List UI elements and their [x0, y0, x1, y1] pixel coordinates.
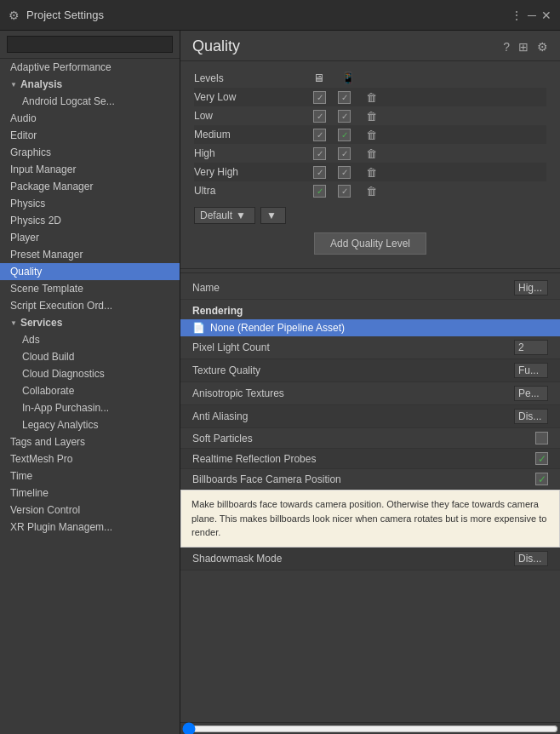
- name-value[interactable]: Hig...: [514, 280, 548, 295]
- search-input[interactable]: [7, 36, 173, 53]
- anti-aliasing-value[interactable]: Dis...: [514, 409, 548, 424]
- sidebar-item-physics[interactable]: Physics: [0, 195, 180, 212]
- settings-icon[interactable]: ⚙: [537, 40, 548, 54]
- texture-quality-value[interactable]: Fu...: [514, 363, 548, 378]
- check-desktop[interactable]: ✓: [313, 110, 326, 123]
- sidebar-item-physics2d[interactable]: Physics 2D: [0, 212, 180, 229]
- shadowmask-value[interactable]: Dis...: [514, 551, 548, 566]
- levels-label: Levels: [194, 72, 305, 84]
- sidebar-item-android-logcat[interactable]: Android Logcat Se...: [0, 93, 180, 110]
- trash-icon[interactable]: 🗑: [366, 91, 377, 104]
- render-pipeline-row[interactable]: 📄 None (Render Pipeline Asset): [180, 319, 560, 336]
- check-desktop[interactable]: ✓: [313, 185, 326, 198]
- sidebar-item-editor[interactable]: Editor: [0, 127, 180, 144]
- sidebar-item-ads[interactable]: Ads: [0, 331, 180, 348]
- sidebar-item-player[interactable]: Player: [0, 229, 180, 246]
- pixel-light-count-row: Pixel Light Count 2: [180, 336, 560, 359]
- sidebar-item-collaborate[interactable]: Collaborate: [0, 382, 180, 399]
- sidebar-item-package-manager[interactable]: Package Manager: [0, 178, 180, 195]
- sidebar-item-label: In-App Purchasin...: [22, 402, 109, 414]
- help-icon[interactable]: ?: [503, 40, 510, 54]
- check-desktop[interactable]: ✓: [313, 147, 326, 160]
- anisotropic-value[interactable]: Pe...: [514, 386, 548, 401]
- pixel-light-count-label: Pixel Light Count: [192, 341, 514, 353]
- check-mobile[interactable]: ✓: [338, 91, 351, 104]
- menu-icon[interactable]: ⋮: [511, 9, 523, 22]
- trash-icon[interactable]: 🗑: [366, 166, 377, 179]
- check-desktop[interactable]: ✓: [313, 166, 326, 179]
- check-mobile[interactable]: ✓: [338, 129, 351, 141]
- sidebar-item-cloud-build[interactable]: Cloud Build: [0, 348, 180, 365]
- quality-levels-section: Levels 🖥 📱 Very Low ✓ ✓ 🗑: [180, 61, 560, 269]
- sidebar-item-label: Analysis: [20, 78, 62, 90]
- sidebar-item-preset-manager[interactable]: Preset Manager: [0, 246, 180, 263]
- anti-aliasing-row: Anti Aliasing Dis...: [180, 405, 560, 428]
- realtime-reflection-label: Realtime Reflection Probes: [192, 453, 535, 465]
- trash-icon[interactable]: 🗑: [366, 147, 377, 160]
- billboards-checkbox[interactable]: ✓: [535, 473, 548, 485]
- sidebar-item-cloud-diagnostics[interactable]: Cloud Diagnostics: [0, 365, 180, 382]
- sidebar-item-script-execution[interactable]: Script Execution Ord...: [0, 297, 180, 314]
- sidebar-item-xr-plugin[interactable]: XR Plugin Managem...: [0, 519, 180, 536]
- sidebar-item-timeline[interactable]: Timeline: [0, 485, 180, 502]
- check-mobile[interactable]: ✓: [338, 166, 351, 179]
- trash-icon[interactable]: 🗑: [366, 129, 377, 141]
- sidebar-item-label: Services: [20, 317, 62, 329]
- check-mobile[interactable]: ✓: [338, 110, 351, 123]
- horizontal-scroll[interactable]: [182, 725, 558, 732]
- sidebar-item-analysis[interactable]: ▼Analysis: [0, 76, 180, 93]
- sidebar-item-tags-layers[interactable]: Tags and Layers: [0, 433, 180, 450]
- check-desktop[interactable]: ✓: [313, 91, 326, 104]
- level-checks: ✓ ✓ 🗑: [313, 110, 377, 123]
- close-icon[interactable]: ✕: [541, 9, 551, 22]
- default-dropdown2[interactable]: ▼: [260, 207, 286, 224]
- sidebar-item-textmesh[interactable]: TextMesh Pro: [0, 450, 180, 467]
- level-name: Ultra: [194, 185, 305, 197]
- sidebar-item-label: Scene Template: [10, 283, 83, 295]
- minimize-icon[interactable]: ─: [528, 9, 536, 22]
- level-row-very-low: Very Low ✓ ✓ 🗑: [194, 88, 546, 106]
- sidebar-item-scene-template[interactable]: Scene Template: [0, 280, 180, 297]
- sidebar-item-label: Graphics: [10, 146, 51, 158]
- default-dropdown[interactable]: Default ▼: [194, 207, 255, 224]
- pipeline-label: None (Render Pipeline Asset): [210, 322, 345, 334]
- sidebar-item-label: Physics: [10, 198, 45, 209]
- layout-icon[interactable]: ⊞: [518, 40, 529, 54]
- soft-particles-checkbox[interactable]: [535, 432, 548, 444]
- sidebar-item-label: Android Logcat Se...: [22, 95, 115, 107]
- add-quality-level-button[interactable]: Add Quality Level: [314, 232, 426, 255]
- trash-icon[interactable]: 🗑: [366, 185, 377, 198]
- bottom-scrollbar[interactable]: [180, 722, 560, 734]
- document-icon: 📄: [192, 322, 205, 334]
- sidebar-item-in-app[interactable]: In-App Purchasin...: [0, 399, 180, 416]
- pixel-light-count-value[interactable]: 2: [514, 340, 548, 355]
- sidebar-item-label: Time: [10, 470, 32, 482]
- sidebar-item-label: Collaborate: [22, 385, 74, 397]
- sidebar: Adaptive Performance ▼Analysis Android L…: [0, 31, 180, 734]
- sidebar-item-version-control[interactable]: Version Control: [0, 502, 180, 519]
- sidebar-item-label: Preset Manager: [10, 249, 83, 261]
- name-label: Name: [192, 282, 514, 294]
- sidebar-item-legacy-analytics[interactable]: Legacy Analytics: [0, 416, 180, 433]
- sidebar-item-graphics[interactable]: Graphics: [0, 144, 180, 161]
- sidebar-item-quality[interactable]: Quality: [0, 263, 180, 280]
- sidebar-item-label: Editor: [10, 129, 37, 141]
- check-desktop[interactable]: ✓: [313, 129, 326, 141]
- sidebar-list: Adaptive Performance ▼Analysis Android L…: [0, 59, 180, 734]
- sidebar-item-label: Adaptive Performance: [10, 61, 111, 73]
- level-checks: ✓ ✓ 🗑: [313, 147, 377, 160]
- sidebar-item-input-manager[interactable]: Input Manager: [0, 161, 180, 178]
- sidebar-item-audio[interactable]: Audio: [0, 110, 180, 127]
- level-name: High: [194, 147, 305, 159]
- sidebar-item-services[interactable]: ▼Services: [0, 314, 180, 331]
- trash-icon[interactable]: 🗑: [366, 110, 377, 123]
- name-row: Name Hig...: [180, 277, 560, 300]
- mobile-platform-icon: 📱: [341, 72, 355, 84]
- dropdown-arrow2: ▼: [266, 209, 277, 221]
- check-mobile[interactable]: ✓: [338, 147, 351, 160]
- sidebar-item-time[interactable]: Time: [0, 467, 180, 485]
- check-mobile[interactable]: ✓: [338, 185, 351, 198]
- realtime-reflection-checkbox[interactable]: ✓: [535, 452, 548, 465]
- sidebar-item-adaptive[interactable]: Adaptive Performance: [0, 59, 180, 76]
- content-scroll[interactable]: Levels 🖥 📱 Very Low ✓ ✓ 🗑: [180, 61, 560, 722]
